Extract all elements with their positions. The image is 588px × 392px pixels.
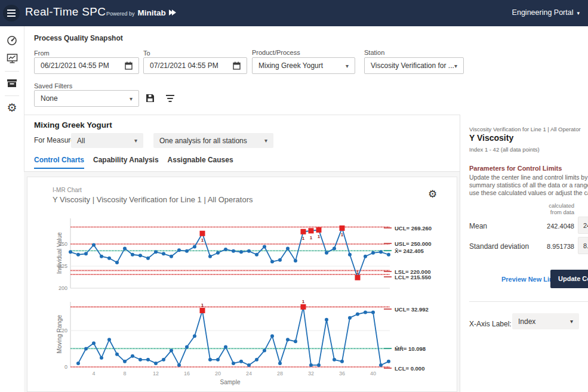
out-of-control-point[interactable] bbox=[316, 227, 322, 233]
data-point[interactable] bbox=[270, 334, 274, 338]
saved-filters-select[interactable]: None ▾ bbox=[34, 90, 139, 107]
portal-menu[interactable]: Engineering Portal▾ bbox=[512, 8, 580, 17]
to-date-input[interactable]: 07/21/2021 04:55 PM bbox=[143, 57, 247, 74]
data-point[interactable] bbox=[216, 251, 220, 255]
data-point[interactable] bbox=[185, 249, 189, 253]
stddev-input[interactable]: 8.951738 bbox=[578, 237, 588, 254]
data-point[interactable] bbox=[232, 249, 235, 253]
data-point[interactable] bbox=[364, 255, 367, 258]
data-point[interactable] bbox=[356, 313, 359, 316]
data-point[interactable] bbox=[278, 258, 282, 262]
data-point[interactable] bbox=[107, 257, 111, 260]
data-point[interactable] bbox=[224, 345, 227, 348]
data-point[interactable] bbox=[131, 253, 134, 257]
product-select[interactable]: Mixing Greek Yogurt ▾ bbox=[252, 57, 355, 74]
data-point[interactable] bbox=[379, 363, 383, 367]
data-point[interactable] bbox=[371, 311, 375, 314]
data-point[interactable] bbox=[333, 246, 336, 250]
data-point[interactable] bbox=[387, 360, 390, 363]
data-point[interactable] bbox=[232, 362, 235, 365]
out-of-control-point[interactable] bbox=[309, 228, 314, 233]
data-point[interactable] bbox=[146, 358, 150, 362]
tab-capability-analysis[interactable]: Capability Analysis bbox=[93, 156, 159, 169]
data-point[interactable] bbox=[255, 253, 258, 257]
tab-assignable-causes[interactable]: Assignable Causes bbox=[168, 156, 233, 169]
data-point[interactable] bbox=[123, 246, 127, 250]
data-point[interactable] bbox=[193, 245, 196, 248]
data-point[interactable] bbox=[294, 259, 297, 263]
data-point[interactable] bbox=[154, 362, 158, 365]
data-point[interactable] bbox=[107, 338, 111, 341]
data-point[interactable] bbox=[371, 251, 375, 255]
data-point[interactable] bbox=[146, 257, 150, 260]
save-filter-button[interactable] bbox=[145, 93, 155, 106]
data-point[interactable] bbox=[162, 358, 165, 362]
data-point[interactable] bbox=[239, 250, 243, 254]
measure-select[interactable]: All ▾ bbox=[71, 133, 143, 148]
data-point[interactable] bbox=[170, 255, 173, 258]
data-point[interactable] bbox=[317, 363, 321, 367]
data-point[interactable] bbox=[294, 339, 297, 343]
data-point[interactable] bbox=[263, 349, 266, 353]
data-point[interactable] bbox=[76, 362, 80, 365]
data-point[interactable] bbox=[247, 363, 251, 367]
data-point[interactable] bbox=[76, 253, 80, 257]
data-point[interactable] bbox=[138, 254, 142, 257]
data-point[interactable] bbox=[309, 363, 313, 367]
data-point[interactable] bbox=[286, 338, 290, 341]
update-control-limits-button[interactable]: Update Control Limits bbox=[550, 270, 588, 288]
data-point[interactable] bbox=[115, 353, 119, 356]
data-point[interactable] bbox=[278, 362, 282, 365]
data-point[interactable] bbox=[138, 358, 142, 362]
data-point[interactable] bbox=[270, 260, 274, 264]
moving-range-chart[interactable]: 020481216202428323640SampleMoving Range1… bbox=[57, 297, 400, 388]
data-point[interactable] bbox=[216, 358, 220, 362]
sidebar-item-charts[interactable] bbox=[0, 51, 24, 66]
mean-input[interactable]: 242.4048 bbox=[578, 217, 588, 234]
data-point[interactable] bbox=[208, 255, 212, 258]
stations-mode-select[interactable]: One analysis for all stations ▾ bbox=[153, 133, 273, 148]
data-point[interactable] bbox=[348, 253, 352, 257]
data-point[interactable] bbox=[92, 341, 96, 345]
individuals-chart[interactable]: 200225250Individual Value111111 bbox=[57, 211, 400, 292]
out-of-control-point[interactable] bbox=[301, 229, 306, 234]
out-of-control-point[interactable] bbox=[340, 226, 345, 231]
out-of-control-point[interactable] bbox=[301, 304, 306, 310]
hamburger-menu-button[interactable] bbox=[3, 5, 20, 21]
data-point[interactable] bbox=[100, 356, 103, 360]
data-point[interactable] bbox=[177, 248, 181, 252]
tab-control-charts[interactable]: Control Charts bbox=[34, 156, 84, 169]
sidebar-item-settings[interactable]: ⚙ bbox=[0, 100, 24, 115]
data-point[interactable] bbox=[208, 358, 212, 362]
xaxis-select[interactable]: Index ▾ bbox=[512, 313, 579, 329]
data-point[interactable] bbox=[255, 358, 258, 362]
station-select[interactable]: Viscosity Verification for ... ▾ bbox=[364, 57, 464, 74]
data-point[interactable] bbox=[154, 250, 158, 254]
data-point[interactable] bbox=[92, 243, 96, 246]
out-of-control-point[interactable] bbox=[355, 275, 361, 280]
sidebar-item-storage[interactable] bbox=[0, 75, 24, 91]
data-point[interactable] bbox=[170, 349, 173, 353]
data-point[interactable] bbox=[286, 246, 290, 250]
data-point[interactable] bbox=[348, 316, 352, 320]
data-point[interactable] bbox=[193, 334, 196, 338]
from-date-input[interactable]: 06/21/2021 04:55 PM bbox=[34, 57, 139, 74]
chart-settings-button[interactable]: ⚙ bbox=[428, 188, 437, 200]
data-point[interactable] bbox=[239, 360, 243, 363]
data-point[interactable] bbox=[84, 347, 88, 351]
data-point[interactable] bbox=[123, 360, 127, 363]
data-point[interactable] bbox=[247, 249, 251, 253]
data-point[interactable] bbox=[224, 248, 227, 251]
out-of-control-point[interactable] bbox=[200, 308, 205, 313]
data-point[interactable] bbox=[115, 261, 119, 264]
data-point[interactable] bbox=[364, 311, 367, 314]
data-point[interactable] bbox=[69, 250, 72, 254]
data-point[interactable] bbox=[340, 360, 344, 363]
data-point[interactable] bbox=[325, 251, 328, 255]
data-point[interactable] bbox=[100, 255, 103, 258]
out-of-control-point[interactable] bbox=[200, 231, 205, 236]
data-point[interactable] bbox=[131, 354, 134, 358]
data-point[interactable] bbox=[84, 252, 88, 255]
data-point[interactable] bbox=[162, 252, 165, 255]
sidebar-item-dashboard[interactable] bbox=[0, 33, 24, 48]
